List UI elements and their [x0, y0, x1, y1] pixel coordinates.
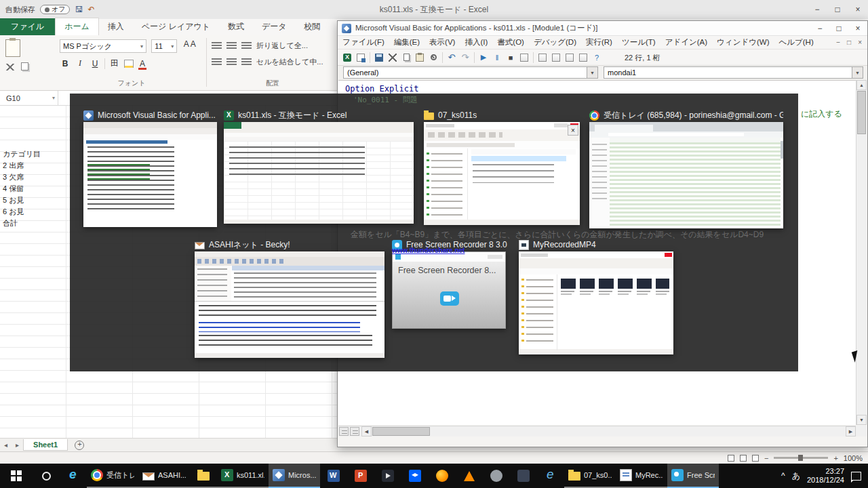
properties-window-button[interactable]: [549, 51, 563, 64]
zoom-out-icon[interactable]: −: [764, 454, 768, 462]
qat-customize-icon[interactable]: ▾: [5, 5, 9, 14]
object-browser-button[interactable]: [563, 51, 576, 64]
tab-formulas[interactable]: 数式: [219, 18, 253, 35]
align-center-icon[interactable]: [226, 58, 237, 66]
zoom-slider[interactable]: [774, 457, 828, 459]
tab-page-layout[interactable]: ページ レイアウト: [133, 18, 219, 35]
run-macro-button[interactable]: ▶: [477, 51, 490, 64]
taskbar-recorder[interactable]: Free Scr...: [667, 464, 719, 488]
taskbar-myrec[interactable]: MyRec...: [616, 464, 667, 488]
taskbar-vba[interactable]: Micros...: [269, 464, 320, 488]
tray-expand-icon[interactable]: ^: [781, 471, 785, 481]
taskbar-becky[interactable]: ASAHI...: [138, 464, 190, 488]
menu-file[interactable]: ファイル(F): [338, 37, 389, 47]
scroll-down-icon[interactable]: ▼: [856, 415, 867, 425]
cell-value[interactable]: カテゴリ目: [3, 149, 41, 159]
shrink-font-button[interactable]: A: [191, 39, 196, 49]
scrollbar-thumb[interactable]: [857, 91, 866, 134]
grow-font-button[interactable]: A: [184, 39, 189, 49]
name-box-dropdown-icon[interactable]: ▾: [52, 95, 55, 101]
reset-button[interactable]: ■: [504, 51, 517, 64]
page-layout-view-icon[interactable]: [740, 455, 747, 462]
taskbar-media-app[interactable]: [374, 464, 401, 488]
align-left-icon[interactable]: [212, 58, 222, 66]
menu-view[interactable]: 表示(V): [425, 37, 460, 47]
procedure-view-button[interactable]: [339, 427, 349, 436]
module-close-button[interactable]: ×: [858, 39, 862, 46]
vba-titlebar[interactable]: Microsoft Visual Basic for Applications …: [338, 21, 867, 36]
task-thumb-vba[interactable]: Microsoft Visual Basic for Appli...: [83, 108, 217, 227]
taskbar-explorer[interactable]: [190, 464, 217, 488]
tab-data[interactable]: データ: [253, 18, 296, 35]
module-minimize-button[interactable]: −: [836, 39, 840, 46]
normal-view-icon[interactable]: [728, 455, 734, 462]
font-size-select[interactable]: 11▾: [151, 39, 177, 53]
cut-icon[interactable]: [5, 64, 15, 70]
italic-button[interactable]: I: [75, 58, 85, 68]
redo-button[interactable]: ↷: [458, 51, 472, 64]
project-explorer-button[interactable]: [536, 51, 549, 64]
menu-debug[interactable]: デバッグ(D): [529, 37, 581, 47]
taskbar-app-gray[interactable]: [483, 464, 510, 488]
sheet-scroll-right-icon[interactable]: ▸: [12, 441, 23, 449]
sheet-tab-sheet1[interactable]: Sheet1: [23, 439, 68, 451]
cell-value[interactable]: 2 出席: [3, 161, 24, 171]
search-button[interactable]: [33, 464, 60, 488]
menu-help[interactable]: ヘルプ(H): [774, 37, 818, 47]
module-restore-button[interactable]: □: [847, 39, 851, 46]
taskbar-powerpoint[interactable]: [347, 464, 374, 488]
menu-insert[interactable]: 挿入(I): [460, 37, 492, 47]
horizontal-scrollbar[interactable]: ◀ ▶: [338, 426, 856, 436]
undo-icon[interactable]: ↶: [87, 5, 94, 14]
full-module-view-button[interactable]: [350, 427, 359, 436]
page-break-view-icon[interactable]: [752, 455, 759, 462]
taskbar-dropbox[interactable]: [401, 464, 429, 488]
cell-value[interactable]: 6 お見: [3, 207, 24, 217]
taskbar-app-dark[interactable]: [510, 464, 537, 488]
menu-format[interactable]: 書式(O): [492, 37, 529, 47]
wrap-text-button[interactable]: 折り返して全...: [256, 41, 308, 51]
save-button[interactable]: [372, 51, 386, 64]
underline-button[interactable]: U: [90, 59, 100, 68]
maximize-button[interactable]: □: [827, 0, 848, 19]
menu-edit[interactable]: 編集(E): [389, 37, 425, 47]
toolbox-button[interactable]: [576, 51, 590, 64]
task-thumb-myrecorded[interactable]: MyRecordedMP4: [519, 238, 673, 354]
font-color-button[interactable]: A: [138, 59, 147, 68]
taskbar-chrome[interactable]: 受信トレ...: [87, 464, 138, 488]
scroll-right-icon[interactable]: ▶: [846, 426, 856, 436]
paste-button[interactable]: [413, 51, 427, 64]
design-mode-button[interactable]: [517, 51, 531, 64]
add-sheet-button[interactable]: [75, 441, 84, 450]
cell-value[interactable]: 4 保留: [3, 184, 24, 194]
dropdown-arrow-icon[interactable]: ▼: [852, 67, 863, 78]
copy-button[interactable]: [399, 51, 413, 64]
vba-minimize-button[interactable]: −: [810, 21, 829, 36]
taskbar-clock[interactable]: 23:27 2018/12/24: [807, 467, 844, 485]
task-thumb-recorder[interactable]: Free Screen Recorder 8 3.0 www.thundersh…: [392, 238, 507, 329]
font-name-select[interactable]: MS Pゴシック▾: [60, 39, 146, 53]
menu-run[interactable]: 実行(R): [581, 37, 617, 47]
insert-userform-button[interactable]: [354, 51, 368, 64]
name-box[interactable]: G10 ▾: [0, 91, 58, 105]
view-excel-button[interactable]: [340, 51, 354, 64]
dropdown-arrow-icon[interactable]: ▼: [587, 67, 597, 78]
autosave-toggle[interactable]: オフ: [40, 5, 70, 14]
zoom-slider-thumb[interactable]: [798, 455, 803, 461]
task-thumb-excel[interactable]: ks011.xls - 互換モード - Excel: [224, 108, 414, 224]
taskbar-excel[interactable]: ks011.xl...: [217, 464, 269, 488]
scroll-up-icon[interactable]: ▲: [856, 80, 867, 90]
scroll-left-icon[interactable]: ◀: [361, 426, 372, 436]
task-thumb-gmail[interactable]: 受信トレイ (685,984) - porineshia@gmail.com -…: [589, 108, 783, 228]
taskbar-word[interactable]: [320, 464, 347, 488]
save-icon[interactable]: 🖫: [75, 5, 83, 14]
zoom-in-icon[interactable]: +: [833, 454, 837, 462]
menu-window[interactable]: ウィンドウ(W): [712, 37, 774, 47]
menu-addins[interactable]: アドイン(A): [660, 37, 712, 47]
cell-value[interactable]: 3 欠席: [3, 172, 24, 182]
tab-file[interactable]: ファイル: [0, 18, 55, 35]
object-dropdown[interactable]: (General) ▼: [343, 66, 598, 79]
taskbar-vlc[interactable]: [456, 464, 483, 488]
vba-maximize-button[interactable]: □: [829, 21, 848, 36]
task-thumb-becky[interactable]: ASAHIネット - Becky!: [195, 238, 384, 358]
